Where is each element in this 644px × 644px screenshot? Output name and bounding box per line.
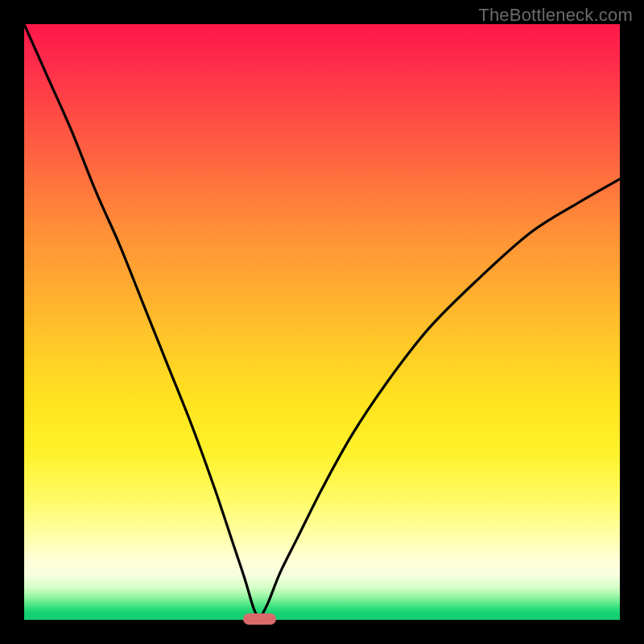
curve-left-branch <box>24 24 259 620</box>
plot-area <box>24 24 620 620</box>
watermark-text: TheBottleneck.com <box>478 5 633 26</box>
balanced-point-marker <box>243 613 276 625</box>
chart-frame: TheBottleneck.com <box>0 0 644 644</box>
bottleneck-curve <box>24 24 620 620</box>
curve-right-branch <box>259 179 620 620</box>
